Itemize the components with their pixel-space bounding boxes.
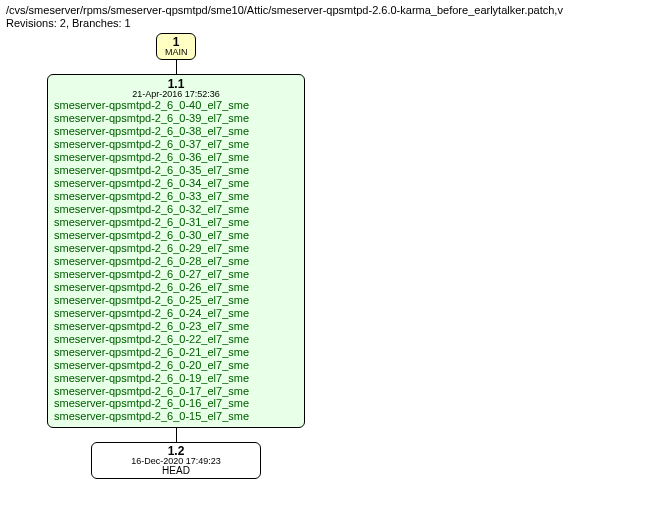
node-1-2-label: HEAD <box>100 466 252 476</box>
connector <box>176 428 177 442</box>
node-1-1[interactable]: 1.1 21-Apr-2016 17:52:36 smeserver-qpsmt… <box>47 74 305 428</box>
repo-path: /cvs/smeserver/rpms/smeserver-qpsmtpd/sm… <box>6 4 650 16</box>
connector <box>176 60 177 74</box>
tag-item: smeserver-qpsmtpd-2_6_0-22_el7_sme <box>54 333 298 346</box>
tag-item: smeserver-qpsmtpd-2_6_0-31_el7_sme <box>54 216 298 229</box>
tag-item: smeserver-qpsmtpd-2_6_0-37_el7_sme <box>54 138 298 151</box>
node-main[interactable]: 1 MAIN <box>156 33 196 60</box>
tag-item: smeserver-qpsmtpd-2_6_0-34_el7_sme <box>54 177 298 190</box>
tag-item: smeserver-qpsmtpd-2_6_0-25_el7_sme <box>54 294 298 307</box>
tag-item: smeserver-qpsmtpd-2_6_0-21_el7_sme <box>54 346 298 359</box>
tag-item: smeserver-qpsmtpd-2_6_0-36_el7_sme <box>54 151 298 164</box>
node-main-label: MAIN <box>165 48 187 57</box>
node-1-1-date: 21-Apr-2016 17:52:36 <box>54 90 298 99</box>
tag-item: smeserver-qpsmtpd-2_6_0-29_el7_sme <box>54 242 298 255</box>
tag-item: smeserver-qpsmtpd-2_6_0-16_el7_sme <box>54 397 298 410</box>
tag-item: smeserver-qpsmtpd-2_6_0-27_el7_sme <box>54 268 298 281</box>
tag-item: smeserver-qpsmtpd-2_6_0-40_el7_sme <box>54 99 298 112</box>
tag-item: smeserver-qpsmtpd-2_6_0-20_el7_sme <box>54 359 298 372</box>
tag-item: smeserver-qpsmtpd-2_6_0-28_el7_sme <box>54 255 298 268</box>
revision-meta: Revisions: 2, Branches: 1 <box>6 17 650 29</box>
tag-item: smeserver-qpsmtpd-2_6_0-32_el7_sme <box>54 203 298 216</box>
tag-item: smeserver-qpsmtpd-2_6_0-17_el7_sme <box>54 385 298 398</box>
tag-item: smeserver-qpsmtpd-2_6_0-23_el7_sme <box>54 320 298 333</box>
tag-item: smeserver-qpsmtpd-2_6_0-38_el7_sme <box>54 125 298 138</box>
node-1-2[interactable]: 1.2 16-Dec-2020 17:49:23 HEAD <box>91 442 261 479</box>
tag-item: smeserver-qpsmtpd-2_6_0-39_el7_sme <box>54 112 298 125</box>
tag-item: smeserver-qpsmtpd-2_6_0-26_el7_sme <box>54 281 298 294</box>
tag-item: smeserver-qpsmtpd-2_6_0-35_el7_sme <box>54 164 298 177</box>
tag-item: smeserver-qpsmtpd-2_6_0-33_el7_sme <box>54 190 298 203</box>
tag-item: smeserver-qpsmtpd-2_6_0-15_el7_sme <box>54 410 298 423</box>
tag-list: smeserver-qpsmtpd-2_6_0-40_el7_smesmeser… <box>54 99 298 423</box>
tag-item: smeserver-qpsmtpd-2_6_0-30_el7_sme <box>54 229 298 242</box>
tag-item: smeserver-qpsmtpd-2_6_0-19_el7_sme <box>54 372 298 385</box>
tag-item: smeserver-qpsmtpd-2_6_0-24_el7_sme <box>54 307 298 320</box>
